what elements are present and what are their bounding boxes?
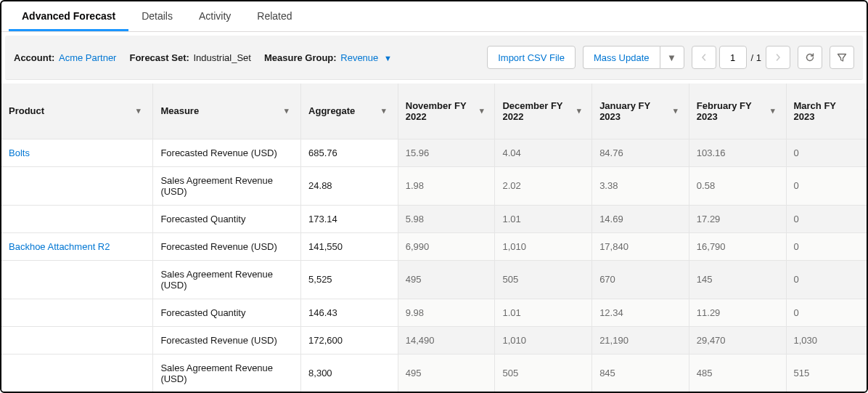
cell-period[interactable]: 1.01 <box>495 299 592 326</box>
cell-period[interactable]: 6,990 <box>398 232 495 260</box>
tab-activity[interactable]: Activity <box>186 1 244 31</box>
product-link[interactable]: Bolts <box>9 147 30 158</box>
cell-measure: Forecasted Revenue (USD) <box>153 139 301 166</box>
chevron-down-icon[interactable]: ▾ <box>670 105 681 118</box>
col-label: November FY 2022 <box>406 100 472 122</box>
table-row: BoltsForecasted Revenue (USD)685.7615.96… <box>1 139 867 166</box>
table-row: Forecasted Quantity173.145.981.0114.6917… <box>1 205 867 232</box>
cell-measure: Sales Agreement Revenue (USD) <box>153 354 301 392</box>
cell-period[interactable]: 0 <box>786 139 867 166</box>
col-aggregate[interactable]: Aggregate▾ <box>301 84 398 139</box>
cell-period[interactable]: 1,010 <box>495 232 592 260</box>
cell-aggregate: 685.76 <box>301 139 398 166</box>
chevron-right-icon <box>774 54 782 61</box>
cell-period[interactable]: 17,840 <box>592 232 689 260</box>
cell-period[interactable]: 103.16 <box>689 139 786 166</box>
cell-period[interactable]: 14,490 <box>398 326 495 354</box>
page-input[interactable] <box>719 46 747 69</box>
table-row: Sales Agreement Revenue (USD)5,525495505… <box>1 260 867 299</box>
cell-product <box>1 299 153 326</box>
cell-period[interactable]: 505 <box>495 260 592 299</box>
cell-period[interactable]: 29,470 <box>689 326 786 354</box>
chevron-down-icon[interactable]: ▾ <box>863 105 867 118</box>
chevron-down-icon[interactable]: ▾ <box>132 105 145 118</box>
cell-period[interactable]: 485 <box>689 354 786 392</box>
cell-aggregate: 173.14 <box>301 205 398 232</box>
chevron-down-icon[interactable]: ▾ <box>377 105 390 118</box>
cell-measure: Sales Agreement Revenue (USD) <box>153 166 301 205</box>
tab-advanced-forecast[interactable]: Advanced Forecast <box>9 1 128 31</box>
mass-update-dropdown-button[interactable]: ▼ <box>660 46 684 69</box>
cell-period[interactable]: 670 <box>592 260 689 299</box>
cell-aggregate: 8,300 <box>301 354 398 392</box>
cell-period[interactable]: 0 <box>786 166 867 205</box>
cell-period[interactable]: 9.98 <box>398 299 495 326</box>
cell-period[interactable]: 1,010 <box>495 326 592 354</box>
cell-period[interactable]: 15.96 <box>398 139 495 166</box>
chevron-down-icon[interactable]: ▾ <box>767 105 778 118</box>
col-label: Measure <box>160 105 199 116</box>
cell-period[interactable]: 0 <box>786 299 867 326</box>
cell-measure: Forecasted Revenue (USD) <box>153 232 301 260</box>
cell-product: Backhoe Attachment R2 <box>1 232 153 260</box>
cell-period[interactable]: 16,790 <box>689 232 786 260</box>
mass-update-button[interactable]: Mass Update <box>583 46 660 69</box>
cell-period[interactable]: 0 <box>786 232 867 260</box>
cell-period[interactable]: 495 <box>398 354 495 392</box>
cell-period[interactable]: 0 <box>786 260 867 299</box>
measure-group-label: Measure Group: <box>264 52 337 63</box>
account-label: Account: <box>14 52 54 63</box>
prev-page-button[interactable] <box>692 46 716 69</box>
measure-group-value: Revenue <box>340 52 378 63</box>
cell-period[interactable]: 2.02 <box>495 166 592 205</box>
col-label: Product <box>9 105 44 116</box>
cell-period[interactable]: 1.01 <box>495 205 592 232</box>
cell-period[interactable]: 4.04 <box>495 139 592 166</box>
chevron-down-icon[interactable]: ▾ <box>280 105 293 118</box>
cell-period[interactable]: 14.69 <box>592 205 689 232</box>
refresh-button[interactable] <box>798 46 822 69</box>
cell-period[interactable]: 0 <box>786 205 867 232</box>
cell-period[interactable]: 12.34 <box>592 299 689 326</box>
col-label: February FY 2023 <box>697 100 763 122</box>
cell-product <box>1 166 153 205</box>
col-product[interactable]: Product▾ <box>1 84 153 139</box>
filter-button[interactable] <box>830 46 854 69</box>
cell-period[interactable]: 515 <box>786 354 867 392</box>
col-mar-2023[interactable]: March FY 2023▾ <box>786 84 867 139</box>
cell-period[interactable]: 495 <box>398 260 495 299</box>
cell-period[interactable]: 17.29 <box>689 205 786 232</box>
cell-period[interactable]: 1.98 <box>398 166 495 205</box>
product-link[interactable]: Backhoe Attachment R2 <box>9 241 110 252</box>
cell-period[interactable]: 145 <box>689 260 786 299</box>
next-page-button[interactable] <box>766 46 790 69</box>
col-dec-2022[interactable]: December FY 2022▾ <box>495 84 592 139</box>
col-nov-2022[interactable]: November FY 2022▾ <box>398 84 495 139</box>
cell-period[interactable]: 505 <box>495 354 592 392</box>
cell-aggregate: 141,550 <box>301 232 398 260</box>
cell-period[interactable]: 845 <box>592 354 689 392</box>
cell-period[interactable]: 84.76 <box>592 139 689 166</box>
measure-group-dropdown[interactable]: Revenue ▼ <box>340 52 392 63</box>
tab-details[interactable]: Details <box>128 1 186 31</box>
page-total: / 1 <box>751 52 761 63</box>
chevron-down-icon[interactable]: ▾ <box>574 105 584 118</box>
cell-period[interactable]: 21,190 <box>592 326 689 354</box>
chevron-down-icon[interactable]: ▾ <box>477 105 487 118</box>
cell-aggregate: 172,600 <box>301 326 398 354</box>
cell-aggregate: 146.43 <box>301 299 398 326</box>
col-feb-2023[interactable]: February FY 2023▾ <box>689 84 786 139</box>
cell-period[interactable]: 3.38 <box>592 166 689 205</box>
pager: / 1 <box>692 46 790 69</box>
col-measure[interactable]: Measure▾ <box>153 84 301 139</box>
filter-icon <box>837 52 847 62</box>
tab-related[interactable]: Related <box>244 1 305 31</box>
cell-aggregate: 5,525 <box>301 260 398 299</box>
cell-period[interactable]: 0.58 <box>689 166 786 205</box>
cell-period[interactable]: 5.98 <box>398 205 495 232</box>
import-csv-button[interactable]: Import CSV File <box>487 46 576 69</box>
account-link[interactable]: Acme Partner <box>59 52 116 63</box>
cell-period[interactable]: 11.29 <box>689 299 786 326</box>
cell-period[interactable]: 1,030 <box>786 326 867 354</box>
col-jan-2023[interactable]: January FY 2023▾ <box>592 84 689 139</box>
